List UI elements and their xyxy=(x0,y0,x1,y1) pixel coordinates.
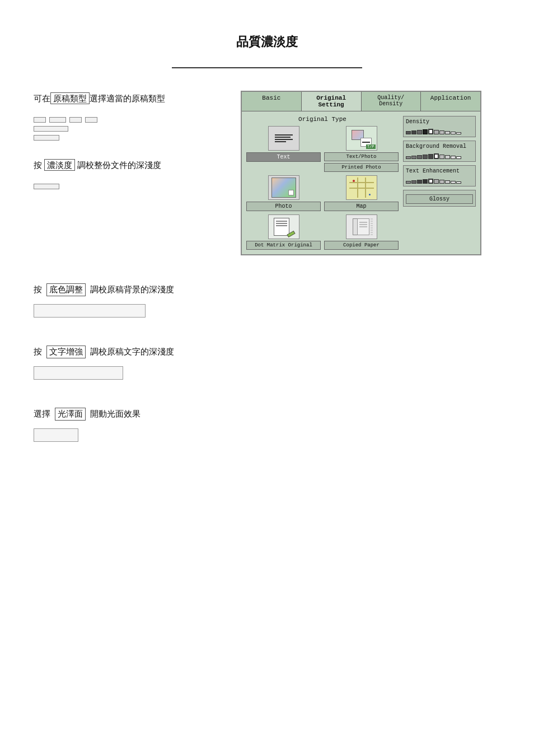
btn-photo[interactable]: Photo xyxy=(246,202,321,211)
section3-desc: 按 文字增強 調校原稿文字的深淺度 xyxy=(34,346,500,358)
density-desc: 按 濃淡度 調校整份文件的深淺度 xyxy=(34,157,224,172)
dotmatrix-icon-box xyxy=(268,214,299,239)
section4-desc: 選擇 光澤面 開動光面效果 xyxy=(34,408,500,421)
section3: 按 文字增強 調校原稿文字的深淺度 xyxy=(34,346,500,380)
textphoto-icon-box: T/P xyxy=(346,126,377,151)
desc2-text: 選擇適當的原稿類型 xyxy=(90,94,165,103)
density-button[interactable] xyxy=(34,184,59,189)
section3-desc2: 調校原稿文字的深淺度 xyxy=(90,347,174,357)
text-enhance-title: Text Enhancement xyxy=(406,168,473,174)
highlight-original-type: 原稿類型 xyxy=(50,92,90,104)
bg-removal-slider xyxy=(406,151,473,159)
btn-printed-photo[interactable]: Printed Photo xyxy=(324,163,399,172)
panel-tabs: Basic Original Setting Quality/Density A… xyxy=(242,92,480,111)
section1: 可在原稿類型選擇適當的原稿類型 按 濃淡度 調校整份文件的深淺度 xyxy=(34,91,500,255)
density-title: Density xyxy=(406,119,473,125)
panel-item-copiedpaper: Copied Paper xyxy=(324,214,399,250)
btn-map[interactable]: Map xyxy=(324,202,399,211)
map-icon-box xyxy=(346,175,377,200)
tp-badge: T/P xyxy=(366,144,376,149)
type-btn-3[interactable] xyxy=(69,117,82,123)
section4-desc1: 選擇 xyxy=(34,409,50,419)
type-btn-4[interactable] xyxy=(85,117,97,123)
desc1-text: 可在 xyxy=(34,94,50,103)
section2-desc: 按 底色調整 調校原稿背景的深淺度 xyxy=(34,283,500,296)
text-enhance-input[interactable] xyxy=(34,366,123,380)
page-title: 品質濃淡度 xyxy=(236,35,298,49)
panel-item-dotmatrix: Dot Matrix Original xyxy=(246,214,321,250)
glossy-input[interactable] xyxy=(34,428,78,442)
ui-panel: Basic Original Setting Quality/Density A… xyxy=(241,91,481,255)
section1-left: 可在原稿類型選擇適當的原稿類型 按 濃淡度 調校整份文件的深淺度 xyxy=(34,91,224,193)
panel-right: Density xyxy=(403,116,476,250)
glossy-button[interactable]: Glossy xyxy=(406,194,473,204)
section1-desc: 可在原稿類型選擇適當的原稿類型 xyxy=(34,91,224,106)
btn-dotmatrix[interactable]: Dot Matrix Original xyxy=(246,241,321,250)
section2-desc1: 按 xyxy=(34,284,42,295)
panel-grid: Text xyxy=(246,126,399,250)
text-icon-box xyxy=(268,126,299,151)
highlight-bg-removal: 底色調整 xyxy=(46,283,86,296)
section2-desc2: 調校原稿背景的深淺度 xyxy=(90,284,174,295)
btn-textphoto[interactable]: Text/Photo xyxy=(324,152,399,161)
tab-original-setting[interactable]: Original Setting xyxy=(302,92,362,111)
type-btn-1[interactable] xyxy=(34,117,46,123)
density-slider xyxy=(406,127,473,134)
text-enhance-slider xyxy=(406,176,473,184)
tab-quality-density[interactable]: Quality/Density xyxy=(362,92,421,111)
desc4-text: 調校整份文件的深淺度 xyxy=(77,160,161,170)
section4: 選擇 光澤面 開動光面效果 xyxy=(34,408,500,442)
section4-desc2: 開動光面效果 xyxy=(90,409,140,419)
text-icon xyxy=(273,132,295,144)
glossy-section: Glossy xyxy=(403,190,476,207)
highlight-text-enhance: 文字增強 xyxy=(46,346,86,358)
panel-body: Original Type xyxy=(242,111,480,254)
panel-item-map: Map xyxy=(324,175,399,211)
page-title-area: 品質濃淡度 xyxy=(172,0,362,68)
panel-left: Original Type xyxy=(246,116,399,250)
highlight-density: 濃淡度 xyxy=(44,159,75,171)
section3-desc1: 按 xyxy=(34,347,42,357)
btn-text[interactable]: Text xyxy=(246,152,321,162)
panel-item-text: Text xyxy=(246,126,321,172)
btn-row-2 xyxy=(34,126,224,132)
photo-icon-box xyxy=(268,175,299,200)
panel-item-textphoto: T/P Text/Photo Printed Photo xyxy=(324,126,399,172)
bg-removal-section: Background Removal xyxy=(403,141,476,162)
density-btn-row xyxy=(34,184,224,189)
copiedpaper-icon-box xyxy=(346,214,377,239)
btn-copiedpaper[interactable]: Copied Paper xyxy=(324,241,399,250)
panel-item-photo: Photo xyxy=(246,175,321,211)
desc3-text: 按 xyxy=(34,160,42,170)
section2: 按 底色調整 調校原稿背景的深淺度 xyxy=(34,283,500,318)
density-section: Density xyxy=(403,116,476,137)
btn-row-1 xyxy=(34,117,224,123)
panel-section-title: Original Type xyxy=(246,116,399,123)
text-enhance-section: Text Enhancement xyxy=(403,165,476,186)
tab-basic[interactable]: Basic xyxy=(242,92,302,111)
btn-row-3 xyxy=(34,135,224,141)
type-btn-5[interactable] xyxy=(34,126,68,132)
highlight-glossy: 光澤面 xyxy=(55,408,86,421)
bg-removal-input[interactable] xyxy=(34,304,146,318)
type-btn-6[interactable] xyxy=(34,135,59,141)
type-btn-2[interactable] xyxy=(49,117,66,123)
tab-application[interactable]: Application xyxy=(421,92,480,111)
bg-removal-title: Background Removal xyxy=(406,143,473,150)
